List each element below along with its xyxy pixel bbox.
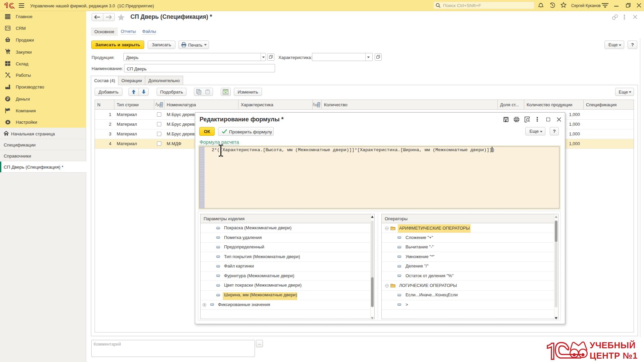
svg-text:УЧЕБНЫЙ: УЧЕБНЫЙ [590, 340, 636, 350]
svg-text:ЦЕНТР №1: ЦЕНТР №1 [590, 351, 638, 361]
